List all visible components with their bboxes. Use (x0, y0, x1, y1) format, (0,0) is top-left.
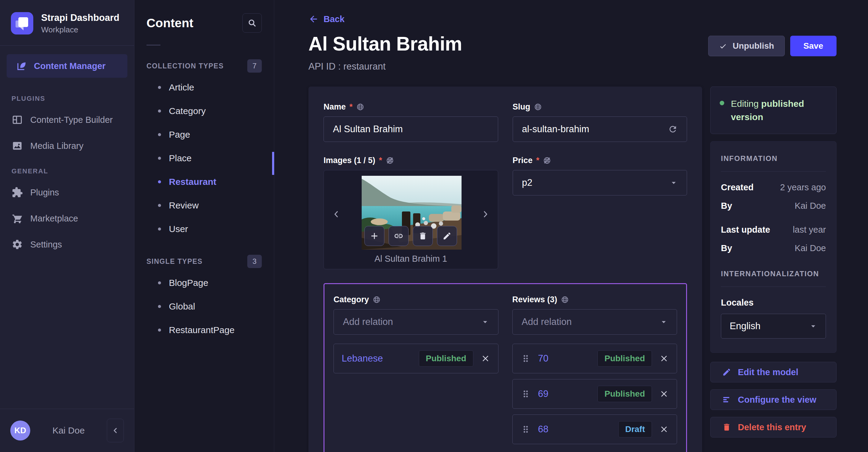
add-image-button[interactable] (364, 226, 384, 246)
save-button[interactable]: Save (790, 36, 837, 56)
avatar[interactable]: KD (10, 421, 30, 441)
carousel-next-button[interactable] (480, 209, 491, 219)
sidebar-item-content-manager[interactable]: Content Manager (7, 54, 127, 78)
version-status-box: Editing published version (710, 87, 837, 134)
check-icon (719, 42, 727, 50)
sidebar-item-label: Content-Type Builder (30, 115, 113, 125)
back-link[interactable]: Back (308, 14, 344, 24)
meta-created: Created 2 years ago (721, 183, 826, 192)
relation-link[interactable]: Lebanese (342, 353, 383, 364)
search-icon (247, 18, 257, 28)
caret-down-icon (670, 179, 678, 187)
field-reviews: Reviews (3) Add relation (513, 295, 677, 444)
reviews-add-relation[interactable]: Add relation (513, 309, 677, 334)
close-icon (480, 354, 490, 363)
remove-relation-button[interactable] (659, 354, 669, 363)
price-select[interactable]: p2 (513, 170, 687, 195)
subnav-item-review[interactable]: Review (134, 194, 274, 217)
divider (0, 45, 134, 46)
remove-relation-button[interactable] (659, 424, 669, 434)
carousel-prev-button[interactable] (331, 209, 341, 219)
information-panel: INFORMATION Created 2 years ago By Kai D… (710, 141, 837, 353)
caret-down-icon (481, 318, 489, 326)
trash-icon (418, 231, 427, 240)
caret-down-icon (809, 322, 817, 330)
sidebar-item-media-library[interactable]: Media Library (0, 133, 134, 159)
sidenav-footer: KD Kai Doe (0, 409, 134, 452)
workspace-brand[interactable]: Strapi Dashboard Workplace (0, 0, 134, 45)
drag-handle-icon[interactable] (521, 353, 531, 364)
single-types-count: 3 (247, 255, 262, 268)
configure-view-button[interactable]: Configure the view (710, 389, 837, 410)
chevron-right-icon (480, 209, 491, 219)
sidebar-item-plugins[interactable]: Plugins (0, 180, 134, 205)
edit-image-button[interactable] (437, 226, 457, 246)
close-icon (659, 389, 669, 399)
delete-image-button[interactable] (413, 226, 433, 246)
delete-entry-button[interactable]: Delete this entry (710, 417, 837, 438)
status-badge: Published (597, 350, 652, 367)
gear-icon (11, 239, 23, 250)
search-button[interactable] (242, 13, 262, 33)
pencil-icon (722, 367, 731, 377)
api-id: API ID : restaurant (308, 61, 462, 72)
nav-section-plugins: PLUGINS (0, 95, 134, 103)
relation-link[interactable]: 69 (538, 388, 549, 399)
field-slug: Slug al-sultan-brahim (513, 102, 687, 142)
subnav-item-page[interactable]: Page (134, 123, 274, 147)
cart-icon (11, 213, 23, 224)
subnav-scrollbar[interactable] (272, 152, 274, 175)
subnav-item-global[interactable]: Global (134, 295, 274, 318)
single-types-label: SINGLE TYPES (147, 257, 203, 266)
content-subnav: Content COLLECTION TYPES 7 Article Categ… (134, 0, 274, 452)
locale-select[interactable]: English (721, 314, 826, 338)
collapse-sidebar-button[interactable] (107, 419, 124, 442)
workspace-name: Workplace (41, 25, 119, 34)
sidebar-item-label: Media Library (30, 141, 84, 151)
layout-icon (11, 114, 23, 126)
remove-relation-button[interactable] (480, 354, 490, 363)
trash-icon (722, 423, 731, 432)
category-add-relation[interactable]: Add relation (334, 309, 498, 334)
link-icon (394, 231, 403, 241)
remove-relation-button[interactable] (659, 389, 669, 399)
copy-link-button[interactable] (389, 226, 409, 246)
relation-link[interactable]: 68 (538, 424, 549, 435)
main-sidenav: Strapi Dashboard Workplace Content Manag… (0, 0, 134, 452)
subnav-item-restaurant[interactable]: Restaurant (134, 170, 274, 194)
close-icon (659, 354, 669, 363)
nav-section-general: GENERAL (0, 167, 134, 175)
collection-types-count: 7 (247, 59, 262, 73)
subnav-item-user[interactable]: User (134, 217, 274, 241)
plus-icon (369, 231, 379, 241)
drag-handle-icon[interactable] (521, 389, 531, 399)
slug-input[interactable]: al-sultan-brahim (513, 117, 687, 142)
locales-label: Locales (721, 298, 826, 308)
name-input[interactable]: Al Sultan Brahim (323, 117, 498, 142)
subnav-item-category[interactable]: Category (134, 99, 274, 123)
status-badge: Published (597, 386, 652, 402)
drag-handle-icon[interactable] (521, 424, 531, 434)
sidebar-item-content-type-builder[interactable]: Content-Type Builder (0, 107, 134, 133)
edit-model-button[interactable]: Edit the model (710, 362, 837, 382)
sidebar-item-label: Marketplace (30, 214, 78, 224)
field-category: Category Add relation Lebanese (334, 295, 498, 444)
review-relation-row: 69 Published (513, 379, 677, 409)
image-icon (11, 140, 23, 152)
strapi-logo (11, 12, 33, 34)
unpublish-button[interactable]: Unpublish (708, 36, 785, 56)
subnav-item-restaurantpage[interactable]: RestaurantPage (134, 318, 274, 342)
relation-link[interactable]: 70 (538, 353, 549, 364)
subnav-item-place[interactable]: Place (134, 147, 274, 170)
sidebar-item-marketplace[interactable]: Marketplace (0, 205, 134, 231)
sidebar-item-label: Settings (30, 239, 62, 250)
subnav-item-article[interactable]: Article (134, 76, 274, 99)
review-relation-row: 70 Published (513, 344, 677, 373)
entry-sidebar: Editing published version INFORMATION Cr… (710, 87, 837, 438)
subnav-item-blogpage[interactable]: BlogPage (134, 271, 274, 295)
refresh-icon[interactable] (668, 124, 678, 134)
globe-icon (561, 296, 569, 304)
sidebar-item-settings[interactable]: Settings (0, 231, 134, 257)
field-images: Images (1 / 5)* (323, 156, 498, 269)
photo-actions (364, 226, 457, 246)
